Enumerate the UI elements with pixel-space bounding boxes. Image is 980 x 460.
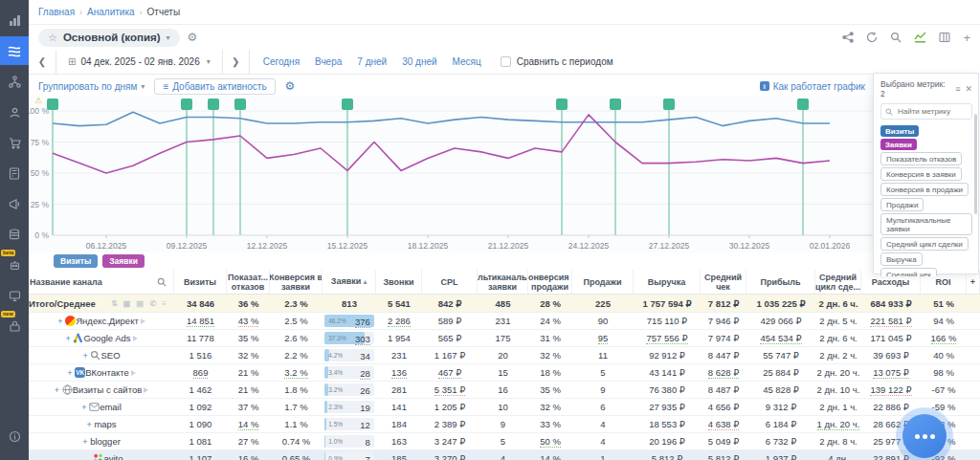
preset-7days[interactable]: 7 дней xyxy=(357,56,387,67)
metric-chip[interactable]: Показатель отказов xyxy=(880,152,962,165)
utm-tag-icon[interactable] xyxy=(133,336,138,341)
date-range-picker[interactable]: ⊞ 04 дек. 2025 - 02 янв. 2026 ▾ xyxy=(56,50,223,75)
metric-chip[interactable]: Средний чек xyxy=(880,268,937,276)
chart-settings-gear-icon[interactable]: ⚙ xyxy=(285,79,296,93)
table-view-icon[interactable] xyxy=(939,32,950,43)
monitor-icon[interactable] xyxy=(0,281,29,310)
column-header-bounce[interactable]: Показат...отказов xyxy=(227,270,270,294)
breadcrumb-home[interactable]: Главная xyxy=(38,7,75,17)
close-icon[interactable]: ✕ xyxy=(965,84,972,94)
metrics-list-icon[interactable]: ≡ xyxy=(955,84,960,94)
clients-icon[interactable] xyxy=(0,98,29,126)
next-period-arrow[interactable]: ❯ xyxy=(223,50,250,75)
metric-search-input[interactable] xyxy=(896,106,965,117)
cell-profit: 25 884 ₽ xyxy=(746,364,815,381)
panel-scrollbar[interactable] xyxy=(974,114,977,214)
table-row[interactable]: avito1 10716 %0.65 %0.9%71853 270 ₽414 %… xyxy=(29,450,980,460)
calculator-icon[interactable] xyxy=(0,159,29,187)
table-row[interactable]: +email1 09237 %1.7 %2.3%191411 205 ₽1032… xyxy=(29,399,980,416)
expand-row-button[interactable]: + xyxy=(67,368,75,378)
expand-row-button[interactable]: + xyxy=(82,437,90,447)
metric-chip[interactable]: Конверсия в заявки xyxy=(880,167,962,181)
preset-today[interactable]: Сегодня xyxy=(263,56,300,67)
breadcrumb-analytics[interactable]: Аналитика xyxy=(87,7,135,17)
metric-chip-selected[interactable]: Заявки xyxy=(880,139,917,150)
column-header-leads[interactable]: Заявки ▴ xyxy=(323,270,376,294)
search-icon[interactable] xyxy=(890,32,902,43)
report-selector[interactable]: ☆ Основной (копия) ▾ xyxy=(38,29,180,47)
preset-30days[interactable]: 30 дней xyxy=(402,56,436,67)
expand-row-button[interactable]: + xyxy=(55,385,62,395)
add-widget-icon[interactable]: + xyxy=(963,31,970,45)
metric-chip[interactable]: Продажи xyxy=(880,198,924,211)
column-header-calls[interactable]: Звонки xyxy=(376,270,422,294)
table-row[interactable]: +VKВКонтакте86921 %3.2 %3.4%28136467 ₽15… xyxy=(29,364,980,382)
svg-text:15.12.2025: 15.12.2025 xyxy=(327,241,368,251)
utm-tag-icon[interactable] xyxy=(131,370,136,376)
integrations-new-icon[interactable]: new xyxy=(0,312,29,340)
expand-row-button[interactable]: + xyxy=(81,403,89,412)
expand-row-button[interactable]: + xyxy=(86,420,94,429)
how-chart-works-link[interactable]: i Как работает график xyxy=(760,81,865,92)
utm-tag-icon[interactable] xyxy=(144,387,148,393)
prev-period-arrow[interactable]: ❮ xyxy=(29,50,56,75)
megaphone-icon[interactable] xyxy=(0,189,29,218)
support-chat-button[interactable] xyxy=(896,407,953,460)
table-row[interactable]: +Яндекс.Директ14 85143 %2.5 %46.2%3762 2… xyxy=(29,313,980,330)
cell-conv-lead: 1.8 % xyxy=(270,382,323,398)
add-activity-button[interactable]: ≡ Добавить активность xyxy=(154,78,275,95)
cell-multi-leads: 4 xyxy=(478,450,528,460)
column-header-avg-check[interactable]: Среднийчек xyxy=(701,270,746,294)
column-header-conv-sale[interactable]: Конверсия впродажи xyxy=(528,270,572,294)
column-header-multi-leads[interactable]: Мультиканальн...заявки xyxy=(478,270,528,294)
expand-row-button[interactable]: + xyxy=(82,351,90,361)
compare-period-checkbox[interactable] xyxy=(501,56,511,67)
favorite-star-icon[interactable]: ☆ xyxy=(48,32,57,44)
traffic-reports-icon[interactable] xyxy=(0,36,29,65)
column-header-channel[interactable]: Название канала xyxy=(29,270,174,294)
table-row[interactable]: +Google Ads11 77835 %2.6 %37.3%3031 9545… xyxy=(29,330,980,347)
column-header-visits[interactable]: Визиты xyxy=(174,270,227,294)
database-icon[interactable] xyxy=(0,220,29,249)
column-header-sales[interactable]: Продажи xyxy=(572,270,634,294)
report-settings-gear-icon[interactable]: ⚙ xyxy=(188,31,198,44)
cell-leads: 2.3%19 xyxy=(323,399,376,415)
column-header-profit[interactable]: Прибыль xyxy=(746,270,815,294)
preset-month[interactable]: Месяц xyxy=(453,56,481,67)
warning-icon[interactable]: ⚠ xyxy=(34,96,42,105)
preset-yesterday[interactable]: Вчера xyxy=(315,56,342,67)
expand-row-button[interactable]: + xyxy=(65,334,73,343)
chart-view-icon[interactable] xyxy=(914,32,926,43)
table-row[interactable]: +Визиты с сайтов1 46221 %1.8 %3.2%262815… xyxy=(29,382,980,399)
table-row[interactable]: +blogger1 08127 %0.74 %1.0%81633 247 ₽55… xyxy=(29,433,980,450)
cart-icon[interactable] xyxy=(0,128,29,157)
share-icon[interactable] xyxy=(842,32,854,43)
column-header-conv-lead[interactable]: Конверсия взаявки xyxy=(270,270,323,294)
traffic-chart[interactable]: ⚠ 0 %25 %50 %75 %100 %06.12.202509.12.20… xyxy=(29,96,980,252)
search-icon[interactable] xyxy=(157,277,167,287)
utm-tag-icon[interactable] xyxy=(141,318,145,324)
table-row[interactable]: +SEO1 51632 %2.2 %4.2%342311 167 ₽2032 %… xyxy=(29,347,980,364)
help-info-icon[interactable] xyxy=(0,422,29,450)
column-header-revenue[interactable]: Выручка xyxy=(634,270,701,294)
metric-chip[interactable]: Мультиканальные заявки xyxy=(880,213,972,235)
metric-chip-selected[interactable]: Визиты xyxy=(880,125,919,137)
cell-roi: -67 % xyxy=(921,382,967,398)
metric-chip[interactable]: Средний цикл сделки xyxy=(880,237,969,251)
table-row[interactable]: +maps1 09014 %1.1 %1.5%121842 389 ₽933 %… xyxy=(29,416,980,433)
group-by-dropdown[interactable]: Группировать по дням▾ xyxy=(38,81,145,92)
legend-chip-Заявки[interactable]: Заявки xyxy=(102,254,145,268)
channel-name: Google Ads xyxy=(83,333,130,343)
line-chart-canvas[interactable]: 0 %25 %50 %75 %100 %06.12.202509.12.2025… xyxy=(29,96,980,252)
legend-chip-Визиты[interactable]: Визиты xyxy=(54,254,98,268)
row-tool-icons[interactable]: ⇅ ▦ ▤ ✆ ≡ xyxy=(111,299,174,308)
refresh-icon[interactable] xyxy=(866,32,878,43)
robot-beta-icon[interactable]: beta xyxy=(0,251,29,279)
metric-chip[interactable]: Конверсия в продажи xyxy=(880,183,969,196)
metric-chip[interactable]: Выручка xyxy=(880,252,923,266)
column-header-cycle[interactable]: Среднийцикл сде... xyxy=(815,270,861,294)
analytics-icon[interactable] xyxy=(0,6,29,34)
expand-row-button[interactable]: + xyxy=(57,317,65,326)
column-header-cpl[interactable]: CPL xyxy=(422,270,478,294)
funnel-icon[interactable] xyxy=(0,67,29,96)
